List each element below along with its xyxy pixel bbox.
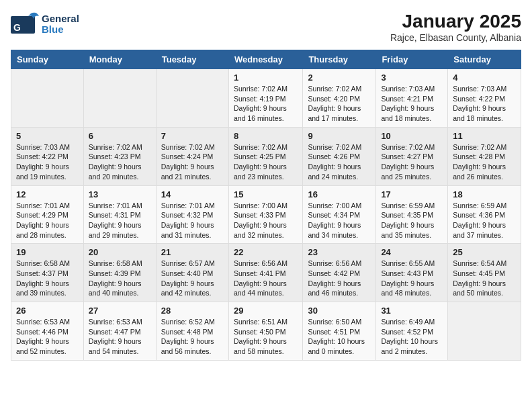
day-info: Sunrise: 7:01 AM Sunset: 4:29 PM Dayligh… (16, 201, 79, 240)
day-info: Sunrise: 6:53 AM Sunset: 4:46 PM Dayligh… (16, 317, 79, 357)
day-header-monday: Monday (83, 50, 156, 69)
day-info: Sunrise: 7:02 AM Sunset: 4:24 PM Dayligh… (161, 142, 224, 182)
day-number: 6 (89, 131, 151, 141)
day-info: Sunrise: 7:02 AM Sunset: 4:19 PM Dayligh… (234, 84, 298, 124)
day-number: 17 (381, 189, 443, 199)
day-number: 22 (234, 247, 298, 257)
calendar-cell: 17Sunrise: 6:59 AM Sunset: 4:35 PM Dayli… (376, 185, 448, 244)
calendar-cell (156, 69, 228, 128)
calendar-cell: 5Sunrise: 7:03 AM Sunset: 4:22 PM Daylig… (11, 127, 84, 185)
day-info: Sunrise: 7:03 AM Sunset: 4:22 PM Dayligh… (16, 142, 79, 182)
calendar-cell: 27Sunrise: 6:53 AM Sunset: 4:47 PM Dayli… (83, 302, 156, 361)
calendar-cell (448, 302, 521, 361)
calendar-cell: 8Sunrise: 7:02 AM Sunset: 4:25 PM Daylig… (228, 127, 302, 185)
header-row: SundayMondayTuesdayWednesdayThursdayFrid… (11, 50, 521, 69)
day-info: Sunrise: 7:03 AM Sunset: 4:21 PM Dayligh… (381, 84, 443, 124)
day-number: 3 (381, 73, 443, 83)
day-info: Sunrise: 6:49 AM Sunset: 4:52 PM Dayligh… (381, 317, 443, 357)
calendar-cell (83, 69, 156, 128)
calendar-cell: 9Sunrise: 7:02 AM Sunset: 4:26 PM Daylig… (303, 127, 376, 185)
calendar-cell: 21Sunrise: 6:57 AM Sunset: 4:40 PM Dayli… (156, 244, 228, 302)
day-info: Sunrise: 7:02 AM Sunset: 4:25 PM Dayligh… (234, 142, 298, 182)
day-info: Sunrise: 6:53 AM Sunset: 4:47 PM Dayligh… (89, 317, 151, 357)
day-number: 12 (16, 189, 79, 199)
day-number: 25 (453, 247, 516, 257)
day-info: Sunrise: 6:54 AM Sunset: 4:45 PM Dayligh… (453, 259, 516, 298)
day-info: Sunrise: 6:59 AM Sunset: 4:35 PM Dayligh… (381, 201, 443, 240)
day-info: Sunrise: 6:56 AM Sunset: 4:42 PM Dayligh… (308, 259, 371, 298)
day-number: 1 (234, 73, 298, 83)
month-title: January 2025 (390, 11, 521, 32)
calendar-cell: 18Sunrise: 6:59 AM Sunset: 4:36 PM Dayli… (448, 185, 521, 244)
day-info: Sunrise: 7:02 AM Sunset: 4:27 PM Dayligh… (381, 142, 443, 182)
calendar-cell: 29Sunrise: 6:51 AM Sunset: 4:50 PM Dayli… (228, 302, 302, 361)
day-info: Sunrise: 6:58 AM Sunset: 4:39 PM Dayligh… (89, 259, 151, 298)
calendar-cell: 23Sunrise: 6:56 AM Sunset: 4:42 PM Dayli… (303, 244, 376, 302)
day-number: 14 (161, 189, 224, 199)
calendar-cell: 22Sunrise: 6:56 AM Sunset: 4:41 PM Dayli… (228, 244, 302, 302)
calendar-cell: 4Sunrise: 7:03 AM Sunset: 4:22 PM Daylig… (448, 69, 521, 128)
calendar-cell: 11Sunrise: 7:02 AM Sunset: 4:28 PM Dayli… (448, 127, 521, 185)
day-info: Sunrise: 6:56 AM Sunset: 4:41 PM Dayligh… (234, 259, 298, 298)
day-number: 13 (89, 189, 151, 199)
day-header-thursday: Thursday (303, 50, 376, 69)
calendar-cell: 7Sunrise: 7:02 AM Sunset: 4:24 PM Daylig… (156, 127, 228, 185)
title-section: January 2025 Rajce, Elbasan County, Alba… (390, 11, 521, 43)
day-number: 21 (161, 247, 224, 257)
week-row: 1Sunrise: 7:02 AM Sunset: 4:19 PM Daylig… (11, 69, 521, 128)
calendar-cell: 16Sunrise: 7:00 AM Sunset: 4:34 PM Dayli… (303, 185, 376, 244)
day-number: 8 (234, 131, 298, 141)
day-info: Sunrise: 6:58 AM Sunset: 4:37 PM Dayligh… (16, 259, 79, 298)
day-number: 16 (308, 189, 371, 199)
logo-icon: G (11, 11, 40, 38)
day-info: Sunrise: 7:00 AM Sunset: 4:33 PM Dayligh… (234, 201, 298, 240)
week-row: 5Sunrise: 7:03 AM Sunset: 4:22 PM Daylig… (11, 127, 521, 185)
day-number: 26 (16, 306, 79, 316)
day-info: Sunrise: 7:01 AM Sunset: 4:32 PM Dayligh… (161, 201, 224, 240)
day-info: Sunrise: 7:03 AM Sunset: 4:22 PM Dayligh… (453, 84, 516, 124)
day-info: Sunrise: 6:52 AM Sunset: 4:48 PM Dayligh… (161, 317, 224, 357)
calendar-cell: 1Sunrise: 7:02 AM Sunset: 4:19 PM Daylig… (228, 69, 302, 128)
day-number: 29 (234, 306, 298, 316)
calendar-header: SundayMondayTuesdayWednesdayThursdayFrid… (11, 50, 521, 69)
day-header-friday: Friday (376, 50, 448, 69)
day-number: 11 (453, 131, 516, 141)
day-number: 18 (453, 189, 516, 199)
day-info: Sunrise: 6:51 AM Sunset: 4:50 PM Dayligh… (234, 317, 298, 357)
week-row: 26Sunrise: 6:53 AM Sunset: 4:46 PM Dayli… (11, 302, 521, 361)
day-number: 4 (453, 73, 516, 83)
day-number: 15 (234, 189, 298, 199)
calendar-cell: 25Sunrise: 6:54 AM Sunset: 4:45 PM Dayli… (448, 244, 521, 302)
day-number: 31 (381, 306, 443, 316)
page-header: G General Blue January 2025 Rajce, Elbas… (11, 11, 521, 43)
calendar-cell: 19Sunrise: 6:58 AM Sunset: 4:37 PM Dayli… (11, 244, 84, 302)
day-number: 5 (16, 131, 79, 141)
day-number: 19 (16, 247, 79, 257)
logo: G General Blue (11, 11, 79, 38)
calendar-cell: 2Sunrise: 7:02 AM Sunset: 4:20 PM Daylig… (303, 69, 376, 128)
calendar-cell: 3Sunrise: 7:03 AM Sunset: 4:21 PM Daylig… (376, 69, 448, 128)
day-number: 20 (89, 247, 151, 257)
calendar-cell (11, 69, 84, 128)
day-header-wednesday: Wednesday (228, 50, 302, 69)
calendar-table: SundayMondayTuesdayWednesdayThursdayFrid… (11, 50, 521, 361)
calendar-cell: 13Sunrise: 7:01 AM Sunset: 4:31 PM Dayli… (83, 185, 156, 244)
logo-blue: Blue (42, 24, 79, 36)
day-number: 30 (308, 306, 371, 316)
logo-general: General (42, 13, 79, 25)
day-info: Sunrise: 6:55 AM Sunset: 4:43 PM Dayligh… (381, 259, 443, 298)
day-number: 28 (161, 306, 224, 316)
day-info: Sunrise: 7:02 AM Sunset: 4:20 PM Dayligh… (308, 84, 371, 124)
week-row: 19Sunrise: 6:58 AM Sunset: 4:37 PM Dayli… (11, 244, 521, 302)
calendar-cell: 24Sunrise: 6:55 AM Sunset: 4:43 PM Dayli… (376, 244, 448, 302)
day-number: 2 (308, 73, 371, 83)
day-info: Sunrise: 7:00 AM Sunset: 4:34 PM Dayligh… (308, 201, 371, 240)
calendar-cell: 15Sunrise: 7:00 AM Sunset: 4:33 PM Dayli… (228, 185, 302, 244)
calendar-cell: 26Sunrise: 6:53 AM Sunset: 4:46 PM Dayli… (11, 302, 84, 361)
day-info: Sunrise: 6:59 AM Sunset: 4:36 PM Dayligh… (453, 201, 516, 240)
week-row: 12Sunrise: 7:01 AM Sunset: 4:29 PM Dayli… (11, 185, 521, 244)
calendar-cell: 31Sunrise: 6:49 AM Sunset: 4:52 PM Dayli… (376, 302, 448, 361)
day-header-sunday: Sunday (11, 50, 84, 69)
day-number: 24 (381, 247, 443, 257)
calendar-cell: 30Sunrise: 6:50 AM Sunset: 4:51 PM Dayli… (303, 302, 376, 361)
